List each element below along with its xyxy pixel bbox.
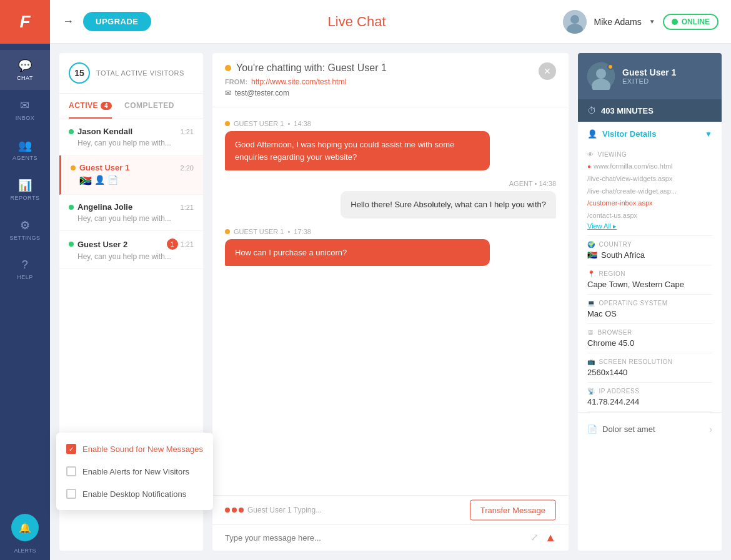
- popup-item-sound[interactable]: ✓ Enable Sound for New Messages: [56, 438, 213, 460]
- detail-item-country: 🌍 COUNTRY 🇿🇦 South Africa: [587, 236, 712, 265]
- visitor-name: Guest User 1: [79, 163, 129, 172]
- visitor-name: Angelina Jolie: [77, 202, 132, 212]
- sidebar-item-settings[interactable]: ⚙ SETTINGS: [0, 210, 50, 250]
- typing-dot-3: [239, 508, 244, 513]
- sidebar-item-alerts[interactable]: 🔔: [11, 514, 39, 541]
- from-url[interactable]: http://www.site.com/test.html: [251, 77, 346, 86]
- sidebar-item-agents[interactable]: 👥 AGENTS: [0, 130, 50, 170]
- chat-panel: You're chatting with: Guest User 1 FROM:…: [212, 53, 569, 551]
- list-item[interactable]: Angelina Jolie 1:21 Hey, can you help me…: [59, 195, 203, 231]
- sidebar: F 💬 CHAT ✉ INBOX 👥 AGENTS 📊 REPORTS ⚙ SE…: [0, 0, 50, 560]
- sidebar-item-help[interactable]: ? HELP: [0, 250, 50, 289]
- chat-messages: GUEST USER 1 • 14:38 Good Afternoon, I w…: [212, 107, 569, 495]
- topbar-left: → UPGRADE: [62, 12, 151, 31]
- visitor-name: Jason Kendall: [77, 127, 132, 136]
- status-label: ONLINE: [682, 17, 710, 26]
- chat-input[interactable]: [225, 533, 530, 543]
- email-value: test@tester.com: [235, 89, 289, 97]
- bottom-section: 📄 Dolor set amet ›: [578, 412, 722, 446]
- msg-label: AGENT • 14:38: [509, 180, 556, 187]
- tab-completed[interactable]: COMPLETED: [124, 94, 174, 119]
- sidebar-item-inbox[interactable]: ✉ INBOX: [0, 90, 50, 130]
- popup-item-alerts[interactable]: Enable Alerts for New Visitors: [56, 460, 213, 483]
- visitor-name-row: Angelina Jolie: [69, 202, 132, 212]
- list-item[interactable]: Guest User 1 2:20 🇿🇦 👤 📄: [59, 155, 203, 195]
- visitor-msg: Hey, can you help me with...: [77, 214, 194, 223]
- message-group: AGENT • 14:38 Hello there! Sure Absolute…: [225, 180, 556, 219]
- message-bubble: How can I purchase a unicorn?: [225, 239, 490, 267]
- popup-item-label: Enable Desktop Notifications: [82, 489, 186, 499]
- os-icon: 💻: [587, 300, 595, 307]
- status-badge[interactable]: ONLINE: [663, 14, 719, 30]
- sidebar-item-label: CHAT: [17, 75, 33, 81]
- checkbox-alerts[interactable]: [66, 466, 76, 476]
- checkbox-sound[interactable]: ✓: [66, 444, 76, 454]
- guest-name: Guest User 1: [622, 67, 676, 77]
- sidebar-item-label: INBOX: [16, 115, 35, 121]
- email-icon: ✉: [225, 89, 231, 97]
- status-dot-yellow: [71, 165, 76, 170]
- msg-time: 17:38: [294, 228, 311, 235]
- visitor-details-header[interactable]: 👤 Visitor Details ▼: [587, 122, 712, 146]
- msg-dot: [225, 229, 230, 234]
- msg-dot: [225, 121, 230, 126]
- transfer-message-button[interactable]: Transfer Message: [470, 500, 556, 521]
- detail-label: 📍 REGION: [587, 270, 712, 277]
- chat-email: ✉ test@tester.com: [225, 89, 387, 97]
- status-dot-green: [69, 205, 74, 210]
- chat-footer: Guest User 1 Typing... Transfer Message: [212, 495, 569, 524]
- sidebar-item-chat[interactable]: 💬 CHAT: [0, 50, 50, 90]
- popup-item-desktop[interactable]: Enable Desktop Notifications: [56, 483, 213, 505]
- viewing-url: ● www.formilla.com/iso.html: [587, 160, 712, 173]
- detail-label: 👁 VIEWING: [587, 151, 712, 158]
- visitor-item-header: Guest User 1 2:20: [71, 163, 194, 172]
- status-dot: [672, 19, 678, 25]
- user-name: Mike Adams: [594, 17, 642, 27]
- detail-item-browser: 🖥 BROWSER Chrome 45.0: [587, 324, 712, 353]
- detail-label: 🌍 COUNTRY: [587, 241, 712, 248]
- visitor-name: Guest User 2: [77, 240, 127, 249]
- chat-status-dot: [225, 65, 231, 71]
- chevron-right-icon: ›: [709, 424, 712, 435]
- upgrade-button[interactable]: UPGRADE: [83, 12, 151, 31]
- visitor-header: 15 TOTAL ACTIVE VISITORS: [59, 53, 203, 94]
- ip-icon: 📡: [587, 388, 595, 395]
- avatar: [563, 10, 587, 34]
- help-icon: ?: [22, 258, 29, 272]
- tab-active[interactable]: ACTIVE4: [69, 94, 112, 119]
- sidebar-nav: 💬 CHAT ✉ INBOX 👥 AGENTS 📊 REPORTS ⚙ SETT…: [0, 44, 50, 560]
- menu-icon[interactable]: →: [62, 15, 74, 28]
- user-dropdown-arrow[interactable]: ▼: [649, 18, 655, 25]
- app-logo[interactable]: F: [0, 0, 50, 44]
- country-value: 🇿🇦 South Africa: [587, 250, 712, 260]
- close-chat-button[interactable]: ✕: [539, 62, 556, 80]
- topbar-right: Mike Adams ▼ ONLINE: [563, 10, 719, 34]
- sidebar-item-label: AGENTS: [12, 155, 37, 161]
- sender-name: AGENT: [509, 180, 533, 187]
- list-item[interactable]: Jason Kendall 1:21 Hey, can you help me …: [59, 119, 203, 155]
- msg-time: 14:38: [539, 180, 556, 187]
- avatar: [587, 62, 615, 90]
- bottom-item-left: 📄 Dolor set amet: [587, 425, 655, 434]
- detail-item-screen: 📺 SCREEN RESOLUTION 2560x1440: [587, 353, 712, 383]
- bottom-item[interactable]: 📄 Dolor set amet ›: [587, 418, 712, 441]
- chatting-with: You're chatting with: Guest User 1: [225, 62, 387, 74]
- sidebar-item-label: SETTINGS: [9, 235, 40, 241]
- view-all-link[interactable]: View All ▸: [587, 222, 617, 230]
- person-icon: 👤: [587, 129, 597, 139]
- agents-icon: 👥: [18, 139, 32, 152]
- chat-icon: 💬: [18, 59, 32, 72]
- doc-icon: 📄: [587, 425, 597, 434]
- sidebar-item-reports[interactable]: 📊 REPORTS: [0, 170, 50, 210]
- msg-time: 14:38: [294, 120, 311, 127]
- from-label: FROM:: [225, 78, 247, 86]
- visitor-time: 1:21: [181, 128, 194, 135]
- sidebar-item-label: REPORTS: [11, 195, 40, 201]
- section-title: 👤 Visitor Details: [587, 129, 656, 139]
- checkbox-desktop[interactable]: [66, 489, 76, 499]
- send-icon[interactable]: ▲: [545, 531, 556, 544]
- list-item[interactable]: Guest User 2 1 1:21 Hey, can you help me…: [59, 231, 203, 269]
- expand-icon[interactable]: ⤢: [530, 531, 539, 544]
- svg-point-4: [596, 69, 606, 79]
- visitor-msg: Hey, can you help me with...: [77, 252, 194, 261]
